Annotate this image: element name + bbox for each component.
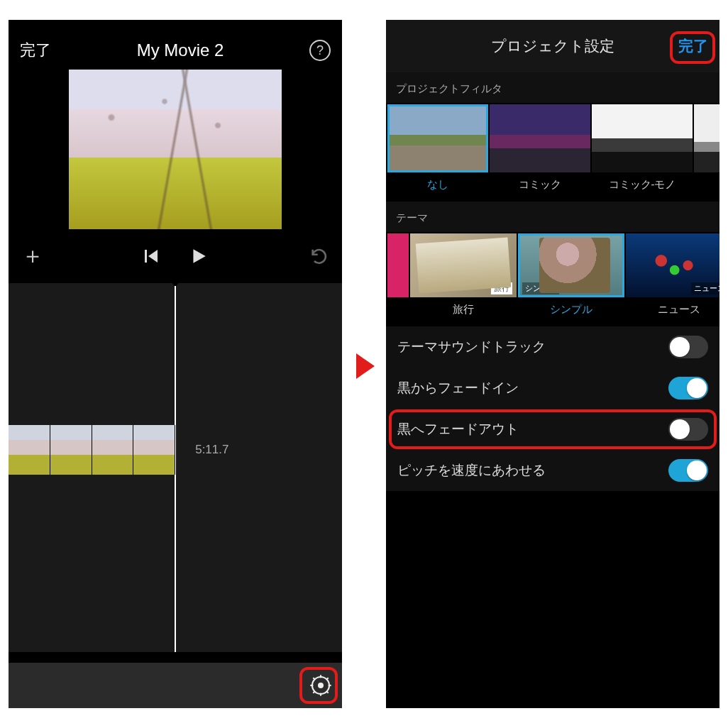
filter-comic[interactable]: コミック bbox=[490, 104, 590, 200]
editor-footer bbox=[9, 663, 342, 708]
svg-line-8 bbox=[326, 691, 329, 693]
theme-label: シンプル bbox=[518, 297, 624, 325]
video-preview[interactable] bbox=[69, 70, 282, 229]
undo-icon[interactable] bbox=[309, 246, 329, 266]
done-button[interactable]: 完了 bbox=[20, 40, 51, 61]
svg-point-2 bbox=[319, 683, 323, 688]
done-button[interactable]: 完了 bbox=[678, 36, 708, 56]
filter-label: コミック bbox=[490, 172, 590, 200]
help-icon[interactable]: ? bbox=[309, 40, 331, 61]
theme-thumb: ニュース bbox=[626, 233, 719, 297]
toggle-fade-in-from-black: 黒からフェードイン bbox=[386, 368, 719, 409]
toggle-label: テーマサウンドトラック bbox=[397, 338, 546, 356]
toggle-theme-soundtrack: テーマサウンドトラック bbox=[386, 326, 719, 368]
filter-none[interactable]: なし bbox=[387, 104, 488, 200]
svg-line-10 bbox=[326, 678, 329, 680]
toggle-label: 黒へフェードアウト bbox=[397, 420, 519, 439]
theme-news[interactable]: ニュース ニュース bbox=[626, 233, 719, 325]
theme-thumb: 旅行 bbox=[410, 233, 517, 297]
theme-prev-peek[interactable] bbox=[387, 233, 409, 325]
theme-label: 旅行 bbox=[410, 297, 517, 325]
theme-label bbox=[387, 297, 409, 311]
theme-thumb: シンプル bbox=[518, 233, 624, 297]
toggle-switch[interactable] bbox=[668, 459, 708, 482]
settings-header: プロジェクト設定 完了 bbox=[386, 20, 719, 72]
settings-button[interactable] bbox=[309, 674, 332, 697]
filter-thumb bbox=[592, 104, 693, 172]
filter-thumb bbox=[387, 104, 488, 172]
theme-simple[interactable]: シンプル シンプル bbox=[518, 233, 624, 325]
filter-label: コミック-モノ bbox=[592, 172, 693, 200]
filter-section-label: プロジェクトフィルタ bbox=[386, 72, 719, 103]
filter-label: なし bbox=[387, 172, 488, 200]
filter-thumb bbox=[490, 104, 590, 172]
toggle-fade-out-to-black: 黒へフェードアウト bbox=[386, 409, 719, 450]
theme-list[interactable]: 旅行 旅行 シンプル シンプル ニュース ニュース bbox=[386, 232, 719, 326]
filter-list[interactable]: なし コミック コミック-モノ インク bbox=[386, 103, 719, 202]
timeline[interactable]: 5:11.7 bbox=[9, 283, 342, 652]
project-title: My Movie 2 bbox=[137, 40, 224, 60]
svg-line-9 bbox=[313, 691, 315, 693]
toggle-switch[interactable] bbox=[668, 377, 708, 399]
editor-screen: 完了 My Movie 2 ? ＋ bbox=[9, 20, 342, 708]
theme-label: ニュース bbox=[626, 297, 719, 325]
project-settings-screen: プロジェクト設定 完了 プロジェクトフィルタ なし コミック コミック-モノ イ… bbox=[386, 20, 719, 708]
skip-back-icon[interactable] bbox=[143, 248, 160, 265]
editor-header: 完了 My Movie 2 ? bbox=[9, 20, 342, 70]
toggle-match-pitch-to-speed: ピッチを速度にあわせる bbox=[386, 450, 719, 491]
filter-comic-mono[interactable]: コミック-モノ bbox=[592, 104, 693, 200]
theme-badge: ニュース bbox=[691, 282, 719, 294]
theme-travel[interactable]: 旅行 旅行 bbox=[410, 233, 517, 325]
settings-title: プロジェクト設定 bbox=[491, 36, 614, 56]
filter-label: インク bbox=[694, 172, 719, 200]
arrow-icon bbox=[356, 353, 375, 379]
theme-badge: 旅行 bbox=[491, 282, 512, 294]
svg-rect-0 bbox=[145, 250, 147, 263]
timecode-label: 5:11.7 bbox=[195, 443, 228, 457]
toggle-switch[interactable] bbox=[668, 336, 708, 358]
theme-section-label: テーマ bbox=[386, 202, 719, 232]
theme-badge: シンプル bbox=[522, 282, 559, 294]
filter-thumb bbox=[694, 104, 719, 172]
theme-thumb bbox=[387, 233, 409, 297]
video-clip[interactable] bbox=[9, 425, 175, 475]
add-media-button[interactable]: ＋ bbox=[21, 241, 44, 272]
transport-bar: ＋ bbox=[9, 229, 342, 283]
toggle-label: ピッチを速度にあわせる bbox=[397, 461, 546, 480]
filter-ink[interactable]: インク bbox=[694, 104, 719, 200]
toggle-label: 黒からフェードイン bbox=[397, 379, 519, 397]
toggle-list: テーマサウンドトラック 黒からフェードイン 黒へフェードアウト ピッチを速度にあ… bbox=[386, 326, 719, 491]
svg-line-7 bbox=[313, 678, 315, 680]
play-icon[interactable] bbox=[189, 247, 208, 265]
gear-icon bbox=[309, 674, 332, 697]
toggle-switch[interactable] bbox=[668, 418, 708, 441]
